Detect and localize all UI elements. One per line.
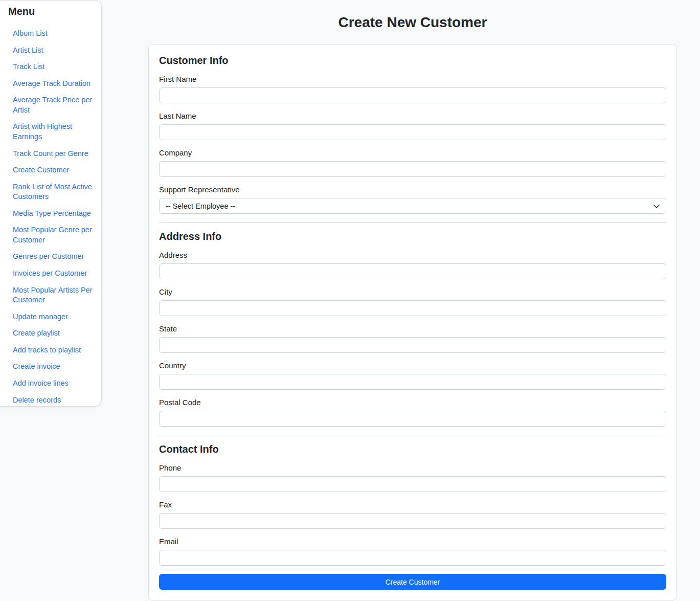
- sidebar-list-item: Album List: [13, 29, 94, 39]
- sidebar-list-item: Add invoice lines: [13, 379, 94, 389]
- section-heading-address-info: Address Info: [159, 231, 666, 242]
- page-title: Create New Customer: [148, 14, 677, 31]
- sidebar: Menu Album ListArtist ListTrack ListAver…: [0, 0, 102, 407]
- first-name-input[interactable]: [159, 87, 666, 103]
- sidebar-item-rank-list-of-most-active-customers[interactable]: Rank List of Most Active Customers: [13, 182, 94, 202]
- sidebar-item-invoices-per-customer[interactable]: Invoices per Customer: [13, 269, 87, 279]
- sidebar-list-item: Rank List of Most Active Customers: [13, 182, 94, 202]
- sidebar-list-item: Most Popular Genre per Customer: [13, 225, 94, 245]
- sidebar-item-most-popular-genre-per-customer[interactable]: Most Popular Genre per Customer: [13, 225, 94, 245]
- section-divider: [159, 222, 666, 222]
- sidebar-item-average-track-duration[interactable]: Average Track Duration: [13, 79, 91, 89]
- sidebar-list-item: Create Customer: [13, 165, 94, 175]
- sidebar-item-add-invoice-lines[interactable]: Add invoice lines: [13, 379, 69, 389]
- address-input[interactable]: [159, 263, 666, 279]
- field-country: Country: [159, 361, 666, 390]
- sidebar-item-artist-with-highest-earnings[interactable]: Artist with Highest Earnings: [13, 122, 94, 142]
- sidebar-item-track-list[interactable]: Track List: [13, 62, 44, 72]
- sidebar-item-album-list[interactable]: Album List: [13, 29, 48, 39]
- support-representative-select-wrap: -- Select Employee --: [159, 198, 666, 214]
- first-name-label: First Name: [159, 75, 666, 83]
- sidebar-item-create-invoice[interactable]: Create invoice: [13, 362, 60, 372]
- fax-input[interactable]: [159, 513, 666, 529]
- sidebar-list-item: Average Track Duration: [13, 79, 94, 89]
- sidebar-list-item: Delete records: [13, 395, 94, 406]
- field-fax: Fax: [159, 500, 666, 529]
- sidebar-list-item: Artist with Highest Earnings: [13, 122, 94, 142]
- sidebar-item-track-count-per-genre[interactable]: Track Count per Genre: [13, 149, 88, 159]
- field-city: City: [159, 287, 666, 316]
- section-customer-info: Customer InfoFirst NameLast NameCompanyS…: [159, 55, 666, 214]
- field-address: Address: [159, 251, 666, 279]
- email-input[interactable]: [159, 550, 666, 566]
- sidebar-item-update-manager[interactable]: Update manager: [13, 312, 68, 322]
- support-representative-select[interactable]: -- Select Employee --: [159, 198, 666, 214]
- phone-input[interactable]: [159, 476, 666, 492]
- last-name-label: Last Name: [159, 112, 666, 120]
- sidebar-list-item: Track List: [13, 62, 94, 72]
- field-email: Email: [159, 537, 666, 566]
- city-input[interactable]: [159, 300, 666, 316]
- address-label: Address: [159, 251, 666, 259]
- sidebar-list-item: Create invoice: [13, 362, 94, 372]
- support-representative-label: Support Representative: [159, 185, 666, 194]
- sidebar-list-item: Genres per Customer: [13, 252, 94, 262]
- form-sections: Customer InfoFirst NameLast NameCompanyS…: [159, 55, 666, 566]
- postal-code-label: Postal Code: [159, 398, 666, 407]
- sidebar-list-item: Add tracks to playlist: [13, 345, 94, 355]
- sidebar-item-delete-records[interactable]: Delete records: [13, 395, 61, 406]
- sidebar-list-item: Artist List: [13, 46, 94, 56]
- section-heading-contact-info: Contact Info: [159, 443, 666, 455]
- sidebar-item-add-tracks-to-playlist[interactable]: Add tracks to playlist: [13, 345, 81, 355]
- sidebar-list-item: Most Popular Artists Per Customer: [13, 285, 94, 305]
- sidebar-list-item: Update manager: [13, 312, 94, 322]
- section-contact-info: Contact InfoPhoneFaxEmail: [159, 443, 666, 566]
- field-company: Company: [159, 148, 666, 177]
- email-label: Email: [159, 537, 666, 546]
- last-name-input[interactable]: [159, 124, 666, 140]
- main-content: Create New Customer Customer InfoFirst N…: [148, 0, 677, 601]
- state-input[interactable]: [159, 337, 666, 353]
- sidebar-list-item: Media Type Percentage: [13, 209, 94, 219]
- sidebar-list-item: Invoices per Customer: [13, 269, 94, 279]
- company-input[interactable]: [159, 161, 666, 177]
- field-first-name: First Name: [159, 75, 666, 103]
- city-label: City: [159, 287, 666, 296]
- sidebar-list-item: Create playlist: [13, 328, 94, 339]
- sidebar-item-create-playlist[interactable]: Create playlist: [13, 328, 60, 339]
- country-label: Country: [159, 361, 666, 370]
- sidebar-title: Menu: [8, 6, 94, 17]
- section-address-info: Address InfoAddressCityStateCountryPosta…: [159, 231, 666, 427]
- sidebar-item-media-type-percentage[interactable]: Media Type Percentage: [13, 209, 91, 219]
- field-postal-code: Postal Code: [159, 398, 666, 427]
- field-phone: Phone: [159, 463, 666, 492]
- field-last-name: Last Name: [159, 112, 666, 140]
- country-input[interactable]: [159, 374, 666, 390]
- section-divider: [159, 435, 666, 435]
- state-label: State: [159, 324, 666, 333]
- sidebar-menu: Album ListArtist ListTrack ListAverage T…: [8, 29, 94, 405]
- sidebar-item-artist-list[interactable]: Artist List: [13, 46, 43, 56]
- postal-code-input[interactable]: [159, 411, 666, 427]
- company-label: Company: [159, 148, 666, 157]
- sidebar-list-item: Track Count per Genre: [13, 149, 94, 159]
- sidebar-item-create-customer[interactable]: Create Customer: [13, 165, 69, 175]
- sidebar-item-genres-per-customer[interactable]: Genres per Customer: [13, 252, 84, 262]
- sidebar-item-average-track-price-per-artist[interactable]: Average Track Price per Artist: [13, 95, 94, 115]
- section-heading-customer-info: Customer Info: [159, 55, 666, 66]
- field-support-representative: Support Representative-- Select Employee…: [159, 185, 666, 214]
- field-state: State: [159, 324, 666, 353]
- create-customer-form: Customer InfoFirst NameLast NameCompanyS…: [159, 55, 666, 590]
- phone-label: Phone: [159, 463, 666, 472]
- sidebar-list-item: Average Track Price per Artist: [13, 95, 94, 115]
- create-customer-button[interactable]: Create Customer: [159, 574, 666, 590]
- fax-label: Fax: [159, 500, 666, 509]
- sidebar-item-most-popular-artists-per-customer[interactable]: Most Popular Artists Per Customer: [13, 285, 94, 305]
- create-customer-card: Customer InfoFirst NameLast NameCompanyS…: [148, 44, 677, 600]
